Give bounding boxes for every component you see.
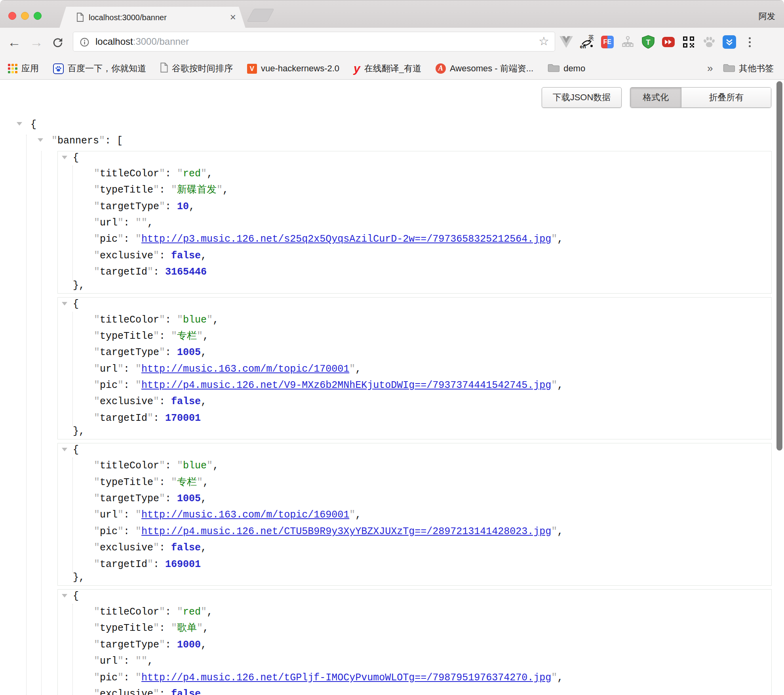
bookmark-apps[interactable]: 应用	[8, 63, 39, 74]
json-line: {	[58, 590, 771, 604]
json-link-value[interactable]: http://p4.music.126.net/CTU5B9R9y3XyYBZX…	[141, 526, 551, 537]
profile-name[interactable]: 阿发	[759, 5, 775, 27]
json-literal-value: 10	[177, 201, 189, 212]
json-key: targetId	[100, 559, 147, 570]
browser-menu-icon[interactable]	[743, 35, 757, 50]
format-button[interactable]: 格式化	[630, 88, 681, 107]
banner-fields: "titleColor": "blue","typeTitle": "专栏","…	[72, 312, 771, 427]
download-manager-icon[interactable]	[722, 35, 736, 50]
bookmark-baidu[interactable]: 百度一下，你就知道	[53, 63, 146, 74]
json-key: exclusive	[100, 542, 153, 554]
json-link-value[interactable]: http://p3.music.126.net/s25q2x5QyqsAzilC…	[141, 233, 551, 245]
json-key: targetType	[100, 639, 159, 651]
json-string-value: red	[183, 606, 201, 618]
minimize-window-button[interactable]	[21, 12, 29, 20]
paw-extension-icon[interactable]	[702, 35, 716, 50]
collapse-toggle-icon[interactable]	[62, 448, 67, 451]
bookmark-awesomes[interactable]: A Awesomes - 前端资...	[436, 63, 533, 74]
json-key: titleColor	[100, 168, 159, 179]
json-line: "banners": [	[0, 133, 784, 149]
json-literal-value: false	[171, 396, 201, 407]
json-field-url: "url": "",	[94, 653, 771, 669]
awesomes-icon: A	[436, 63, 446, 74]
json-field-pic: "pic": "http://p4.music.126.net/V9-MXz6b…	[94, 377, 771, 393]
json-literal-value: 1000	[177, 639, 201, 651]
extensions-strip: en英 FE T	[559, 31, 757, 53]
bookmark-vue-hackernews[interactable]: V vue-hackernews-2.0	[247, 63, 339, 74]
json-key: pic	[100, 672, 118, 684]
forward-icon[interactable]: →	[28, 28, 45, 58]
json-link-value[interactable]: http://p4.music.126.net/V9-MXz6b2MNhEKju…	[141, 380, 551, 391]
video-downloader-icon[interactable]	[661, 35, 676, 50]
json-key: targetType	[100, 347, 159, 358]
tab-title: localhost:3000/banner	[89, 7, 167, 28]
banner-item: {"titleColor": "blue","typeTitle": "专栏",…	[57, 297, 772, 440]
download-json-button[interactable]: 下载JSON数据	[542, 87, 622, 108]
translate-extension-icon[interactable]: en英	[579, 35, 594, 50]
bookmark-folder-demo[interactable]: demo	[548, 63, 585, 75]
folder-icon	[723, 63, 735, 75]
json-field-exclusive: "exclusive": false,	[94, 540, 771, 556]
info-icon[interactable]	[80, 37, 89, 49]
json-link-value[interactable]: http://music.163.com/m/topic/170001	[141, 363, 349, 375]
indent-guide	[41, 151, 42, 695]
json-field-targetId: "targetId": 3165446	[94, 264, 771, 280]
banner-item: {"titleColor": "blue","typeTitle": "专栏",…	[57, 443, 772, 586]
json-field-targetId: "targetId": 170001	[94, 410, 771, 426]
banner-fields: "titleColor": "red","typeTitle": "新碟首发",…	[72, 166, 771, 281]
reload-icon[interactable]	[52, 37, 63, 50]
bookmark-google-sort[interactable]: 谷歌按时间排序	[160, 63, 233, 75]
collapse-toggle-icon[interactable]	[62, 594, 67, 598]
browser-tab[interactable]: localhost:3000/banner ×	[59, 7, 245, 28]
json-link-value[interactable]: http://music.163.com/m/topic/169001	[141, 509, 349, 521]
vue-devtools-icon[interactable]	[559, 35, 573, 50]
bookmark-star-icon[interactable]: ☆	[539, 32, 549, 51]
zoom-window-button[interactable]	[34, 12, 42, 20]
json-literal-value: 169001	[165, 559, 201, 570]
bookmark-label: demo	[563, 63, 585, 74]
sitemap-extension-icon[interactable]	[620, 35, 635, 50]
collapse-toggle-icon[interactable]	[17, 122, 22, 126]
json-field-url: "url": "http://music.163.com/m/topic/170…	[94, 361, 771, 377]
bookmark-label: 应用	[21, 63, 39, 74]
close-window-button[interactable]	[8, 12, 16, 20]
bookmarks-overflow-icon[interactable]: »	[707, 58, 713, 79]
json-field-url: "url": "",	[94, 215, 771, 231]
json-field-typeTitle: "typeTitle": "专栏",	[94, 328, 771, 344]
json-key: titleColor	[100, 606, 159, 618]
json-field-typeTitle: "typeTitle": "歌单",	[94, 620, 771, 636]
json-string-value: 新碟首发	[177, 184, 217, 196]
title-bar: localhost:3000/banner × 阿发	[0, 0, 784, 28]
url-text[interactable]: localhost:3000/banner	[95, 32, 189, 51]
bookmark-label: vue-hackernews-2.0	[261, 63, 339, 74]
new-tab-button[interactable]	[247, 9, 274, 22]
back-icon[interactable]: ←	[6, 28, 23, 58]
collapse-toggle-icon[interactable]	[62, 156, 67, 159]
address-bar[interactable]: localhost:3000/banner ☆	[73, 32, 555, 52]
json-link-value[interactable]: http://p4.music.126.net/tGPljf-IMOCyPvum…	[141, 672, 551, 684]
json-field-targetType: "targetType": 1005,	[94, 344, 771, 361]
collapse-toggle-icon[interactable]	[38, 138, 43, 142]
bookmark-label: 在线翻译_有道	[364, 63, 421, 74]
json-key: url	[100, 509, 118, 521]
json-string-value: blue	[183, 460, 207, 472]
bookmark-youdao[interactable]: y 在线翻译_有道	[354, 63, 421, 74]
fe-extension-icon[interactable]: FE	[600, 35, 614, 50]
vertical-scrollbar-thumb[interactable]	[776, 81, 782, 451]
json-literal-value: 3165446	[165, 266, 207, 278]
json-string-value: 歌单	[177, 622, 197, 634]
tampermonkey-shield-icon[interactable]: T	[641, 35, 655, 50]
json-line: },	[58, 281, 771, 293]
json-field-titleColor: "titleColor": "blue",	[94, 458, 771, 474]
qr-code-icon[interactable]	[681, 35, 696, 50]
json-literal-value: false	[171, 250, 201, 262]
json-literal-value: 1005	[177, 493, 201, 504]
json-string-value: 专栏	[177, 330, 197, 342]
url-host: localhost	[95, 36, 133, 47]
json-key: typeTitle	[100, 477, 153, 488]
other-bookmarks-folder[interactable]: 其他书签	[723, 58, 774, 79]
json-field-targetType: "targetType": 1000,	[94, 637, 771, 653]
tab-close-icon[interactable]: ×	[230, 7, 236, 28]
collapse-toggle-icon[interactable]	[62, 302, 67, 305]
collapse-all-button[interactable]: 折叠所有	[681, 88, 771, 107]
